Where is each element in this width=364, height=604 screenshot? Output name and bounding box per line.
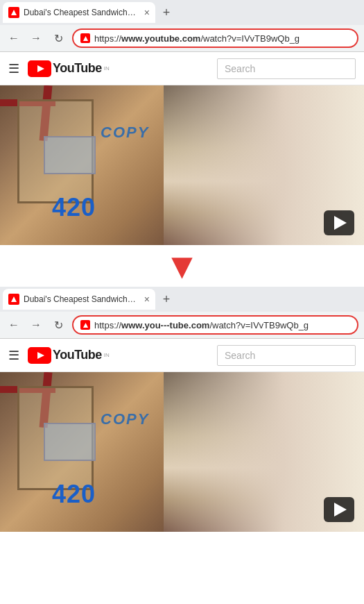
bottom-yt-country-badge: IN	[104, 352, 110, 358]
bottom-back-button[interactable]: ←	[6, 319, 22, 331]
down-arrow-icon: ▼	[164, 248, 200, 284]
bottom-yt-logo-svg	[28, 347, 51, 364]
url-text: https://www.youtube.com/watch?v=IVvTB9wQ…	[94, 33, 300, 44]
hamburger-menu-icon[interactable]: ☰	[8, 61, 19, 76]
video-copy-text: COPY	[101, 124, 149, 142]
bottom-forward-button[interactable]: →	[28, 319, 44, 331]
back-button[interactable]: ←	[6, 32, 22, 44]
bottom-refresh-button[interactable]: ↻	[50, 319, 67, 332]
top-url-bar[interactable]: https://www.youtube.com/watch?v=IVvTB9wQ…	[72, 28, 358, 48]
svg-marker-5	[83, 322, 87, 327]
svg-marker-1	[83, 35, 87, 40]
bottom-play-icon	[334, 503, 347, 517]
svg-marker-0	[11, 10, 17, 15]
bottom-search-placeholder: Search	[225, 350, 255, 361]
yt-country-badge: IN	[104, 65, 110, 72]
forward-button[interactable]: →	[28, 32, 44, 44]
tab-title: Dubai's Cheapest Sandwich?! (Th...	[24, 8, 140, 17]
bottom-omnibar: ← → ↻ https://www.you---tube.com/watch?v…	[0, 312, 364, 338]
scaffold-box	[17, 99, 94, 203]
video-number: 420	[52, 193, 96, 222]
bottom-yt-logo-text: YouTube	[53, 348, 102, 362]
bottom-yt-header: ☰ YouTube IN Search	[0, 339, 364, 372]
bottom-hamburger-menu-icon[interactable]: ☰	[8, 348, 19, 363]
top-search-box[interactable]: Search	[217, 58, 356, 79]
scaffold-window	[44, 136, 96, 174]
bottom-video-thumbnail: COPY 420	[0, 372, 364, 532]
arrow-section: ▼	[0, 245, 364, 287]
bottom-play-button[interactable]	[324, 497, 354, 522]
new-tab-button[interactable]: +	[157, 3, 176, 22]
yt-logo-text: YouTube	[53, 61, 102, 76]
yt-logo-svg	[28, 60, 51, 77]
top-tab-bar: Dubai's Cheapest Sandwich?! (Th... × + ←…	[0, 0, 364, 52]
bottom-browser-section: Dubai's Cheapest Sandwich?! (Th... × + ←…	[0, 287, 364, 532]
bottom-video-copy-text: COPY	[101, 410, 149, 428]
bottom-new-tab-button[interactable]: +	[157, 290, 176, 309]
bottom-url-favicon-icon	[80, 320, 90, 330]
youtube-logo-icon	[28, 60, 51, 77]
top-omnibar: ← → ↻ https://www.youtube.com/watch?v=IV…	[0, 25, 364, 51]
bottom-video-number: 420	[52, 480, 96, 509]
bottom-tab-bar: Dubai's Cheapest Sandwich?! (Th... × + ←…	[0, 287, 364, 339]
bottom-search-box[interactable]: Search	[217, 345, 356, 366]
bottom-browser-tab[interactable]: Dubai's Cheapest Sandwich?! (Th... ×	[3, 289, 155, 310]
tab-favicon	[8, 7, 19, 18]
url-favicon-icon	[80, 33, 90, 43]
top-video-thumbnail: COPY 420	[0, 85, 364, 245]
tab-close-button[interactable]: ×	[144, 7, 150, 18]
play-icon	[334, 216, 347, 230]
top-yt-logo: YouTube IN	[28, 60, 217, 77]
top-yt-header: ☰ YouTube IN Search	[0, 52, 364, 85]
top-browser-section: Dubai's Cheapest Sandwich?! (Th... × + ←…	[0, 0, 364, 245]
bottom-tab-favicon	[8, 294, 19, 305]
play-button[interactable]	[324, 210, 354, 235]
top-browser-tab[interactable]: Dubai's Cheapest Sandwich?! (Th... ×	[3, 2, 155, 23]
bottom-youtube-logo-icon	[28, 347, 51, 364]
refresh-button[interactable]: ↻	[50, 32, 67, 45]
bottom-scaffold-window	[44, 423, 96, 461]
bottom-url-text: https://www.you---tube.com/watch?v=IVvTB…	[94, 320, 309, 330]
bottom-url-bar[interactable]: https://www.you---tube.com/watch?v=IVvTB…	[72, 315, 358, 335]
top-search-placeholder: Search	[225, 63, 255, 74]
bottom-tab-title: Dubai's Cheapest Sandwich?! (Th...	[24, 294, 140, 304]
bottom-tab-close-button[interactable]: ×	[144, 294, 150, 305]
svg-marker-4	[11, 296, 17, 302]
bottom-scaffold-box	[17, 386, 94, 490]
bottom-yt-logo: YouTube IN	[28, 347, 217, 364]
